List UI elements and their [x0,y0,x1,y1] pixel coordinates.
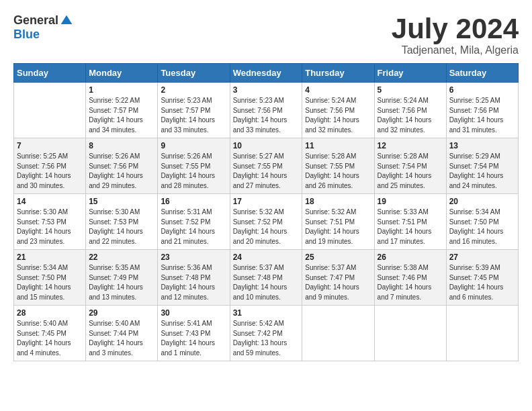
day-info: Sunrise: 5:27 AM Sunset: 7:55 PM Dayligh… [233,152,300,191]
svg-marker-0 [61,15,73,24]
day-number: 6 [449,85,515,95]
day-info: Sunrise: 5:24 AM Sunset: 7:56 PM Dayligh… [378,96,443,135]
logo: General Blue [13,13,73,42]
day-info: Sunrise: 5:40 AM Sunset: 7:44 PM Dayligh… [89,319,154,358]
calendar-cell: 4Sunrise: 5:24 AM Sunset: 7:56 PM Daylig… [302,83,374,138]
day-info: Sunrise: 5:37 AM Sunset: 7:47 PM Dayligh… [305,263,371,302]
day-number: 25 [305,253,371,262]
day-info: Sunrise: 5:23 AM Sunset: 7:57 PM Dayligh… [161,96,226,135]
day-info: Sunrise: 5:34 AM Sunset: 7:50 PM Dayligh… [17,263,83,302]
location-title: Tadjenanet, Mila, Algeria [392,44,519,56]
calendar-cell: 8Sunrise: 5:26 AM Sunset: 7:56 PM Daylig… [86,138,158,194]
calendar-cell [446,306,518,361]
day-number: 11 [305,141,371,150]
calendar-cell: 22Sunrise: 5:35 AM Sunset: 7:49 PM Dayli… [86,250,158,306]
header-day-saturday: Saturday [446,64,518,83]
day-number: 24 [233,253,300,262]
day-number: 21 [17,253,83,262]
calendar-cell [302,306,374,361]
day-number: 10 [233,141,300,150]
calendar-table: SundayMondayTuesdayWednesdayThursdayFrid… [13,63,519,361]
calendar-cell: 31Sunrise: 5:42 AM Sunset: 7:42 PM Dayli… [230,306,302,361]
day-number: 3 [233,85,300,95]
calendar-cell [14,83,86,138]
day-number: 9 [161,141,226,150]
day-number: 23 [161,253,226,262]
day-number: 19 [378,197,443,206]
day-number: 30 [161,308,226,318]
header: General Blue July 2024 Tadjenanet, Mila,… [13,13,519,56]
calendar-cell: 5Sunrise: 5:24 AM Sunset: 7:56 PM Daylig… [374,83,446,138]
calendar-cell: 19Sunrise: 5:33 AM Sunset: 7:51 PM Dayli… [374,194,446,250]
title-area: July 2024 Tadjenanet, Mila, Algeria [392,13,519,56]
day-info: Sunrise: 5:34 AM Sunset: 7:50 PM Dayligh… [449,208,515,246]
day-info: Sunrise: 5:31 AM Sunset: 7:52 PM Dayligh… [161,208,226,246]
day-number: 12 [378,141,443,150]
calendar-cell: 12Sunrise: 5:28 AM Sunset: 7:54 PM Dayli… [374,138,446,194]
day-info: Sunrise: 5:40 AM Sunset: 7:45 PM Dayligh… [17,319,83,358]
calendar-cell: 16Sunrise: 5:31 AM Sunset: 7:52 PM Dayli… [158,194,230,250]
month-title: July 2024 [392,13,519,44]
week-row-3: 14Sunrise: 5:30 AM Sunset: 7:53 PM Dayli… [14,194,519,250]
calendar-cell: 11Sunrise: 5:28 AM Sunset: 7:55 PM Dayli… [302,138,374,194]
header-day-tuesday: Tuesday [158,64,230,83]
calendar-cell: 28Sunrise: 5:40 AM Sunset: 7:45 PM Dayli… [14,306,86,361]
day-number: 18 [305,197,371,206]
day-number: 5 [378,85,443,95]
calendar-cell: 26Sunrise: 5:38 AM Sunset: 7:46 PM Dayli… [374,250,446,306]
calendar-cell: 24Sunrise: 5:37 AM Sunset: 7:48 PM Dayli… [230,250,302,306]
day-info: Sunrise: 5:28 AM Sunset: 7:55 PM Dayligh… [305,152,371,191]
day-number: 15 [89,197,154,206]
day-info: Sunrise: 5:42 AM Sunset: 7:42 PM Dayligh… [233,319,300,358]
header-day-friday: Friday [374,64,446,83]
calendar-cell: 7Sunrise: 5:25 AM Sunset: 7:56 PM Daylig… [14,138,86,194]
day-number: 2 [161,85,226,95]
calendar-cell [374,306,446,361]
day-number: 26 [378,253,443,262]
calendar-cell: 30Sunrise: 5:41 AM Sunset: 7:43 PM Dayli… [158,306,230,361]
day-info: Sunrise: 5:32 AM Sunset: 7:52 PM Dayligh… [233,208,300,246]
day-info: Sunrise: 5:30 AM Sunset: 7:53 PM Dayligh… [89,208,154,246]
day-number: 17 [233,197,300,206]
calendar-cell: 13Sunrise: 5:29 AM Sunset: 7:54 PM Dayli… [446,138,518,194]
week-row-1: 1Sunrise: 5:22 AM Sunset: 7:57 PM Daylig… [14,83,519,138]
calendar-cell: 9Sunrise: 5:26 AM Sunset: 7:55 PM Daylig… [158,138,230,194]
week-row-4: 21Sunrise: 5:34 AM Sunset: 7:50 PM Dayli… [14,250,519,306]
calendar-cell: 2Sunrise: 5:23 AM Sunset: 7:57 PM Daylig… [158,83,230,138]
header-day-wednesday: Wednesday [230,64,302,83]
day-info: Sunrise: 5:23 AM Sunset: 7:56 PM Dayligh… [233,96,300,135]
day-number: 4 [305,85,371,95]
day-info: Sunrise: 5:38 AM Sunset: 7:46 PM Dayligh… [378,263,443,302]
day-number: 13 [449,141,515,150]
day-number: 22 [89,253,154,262]
calendar-cell: 3Sunrise: 5:23 AM Sunset: 7:56 PM Daylig… [230,83,302,138]
calendar-cell: 29Sunrise: 5:40 AM Sunset: 7:44 PM Dayli… [86,306,158,361]
calendar-cell: 18Sunrise: 5:32 AM Sunset: 7:51 PM Dayli… [302,194,374,250]
day-number: 20 [449,197,515,206]
calendar-cell: 17Sunrise: 5:32 AM Sunset: 7:52 PM Dayli… [230,194,302,250]
day-number: 28 [17,308,83,318]
calendar-cell: 6Sunrise: 5:25 AM Sunset: 7:56 PM Daylig… [446,83,518,138]
day-number: 8 [89,141,154,150]
day-info: Sunrise: 5:35 AM Sunset: 7:49 PM Dayligh… [89,263,154,302]
day-number: 31 [233,308,300,318]
calendar-cell: 20Sunrise: 5:34 AM Sunset: 7:50 PM Dayli… [446,194,518,250]
day-number: 7 [17,141,83,150]
header-day-thursday: Thursday [302,64,374,83]
calendar-cell: 15Sunrise: 5:30 AM Sunset: 7:53 PM Dayli… [86,194,158,250]
day-number: 16 [161,197,226,206]
day-info: Sunrise: 5:39 AM Sunset: 7:45 PM Dayligh… [449,263,515,302]
calendar-cell: 27Sunrise: 5:39 AM Sunset: 7:45 PM Dayli… [446,250,518,306]
calendar-cell: 1Sunrise: 5:22 AM Sunset: 7:57 PM Daylig… [86,83,158,138]
day-info: Sunrise: 5:30 AM Sunset: 7:53 PM Dayligh… [17,208,83,246]
day-info: Sunrise: 5:24 AM Sunset: 7:56 PM Dayligh… [305,96,371,135]
calendar-cell: 25Sunrise: 5:37 AM Sunset: 7:47 PM Dayli… [302,250,374,306]
day-number: 29 [89,308,154,318]
day-info: Sunrise: 5:33 AM Sunset: 7:51 PM Dayligh… [378,208,443,246]
header-day-sunday: Sunday [14,64,86,83]
day-info: Sunrise: 5:25 AM Sunset: 7:56 PM Dayligh… [17,152,83,191]
header-row: SundayMondayTuesdayWednesdayThursdayFrid… [14,64,519,83]
header-day-monday: Monday [86,64,158,83]
calendar-cell: 23Sunrise: 5:36 AM Sunset: 7:48 PM Dayli… [158,250,230,306]
day-info: Sunrise: 5:25 AM Sunset: 7:56 PM Dayligh… [449,96,515,135]
